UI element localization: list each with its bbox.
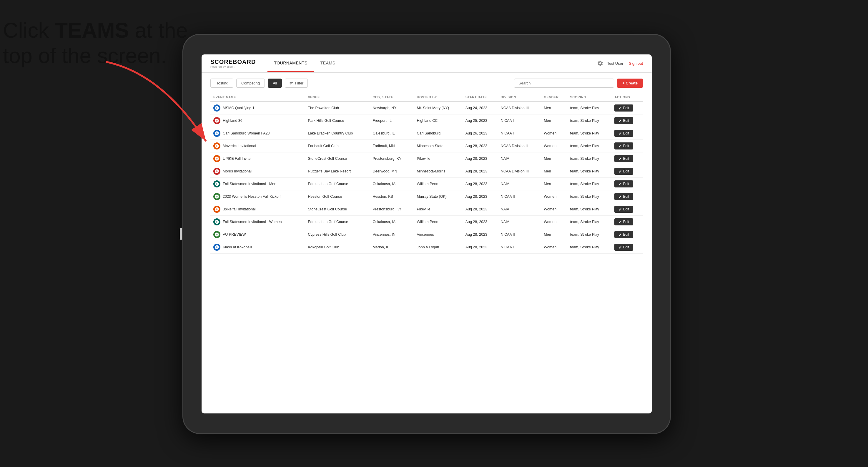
all-filter-btn[interactable]: All (268, 79, 282, 88)
cell-division: NAIA (498, 203, 541, 216)
cell-start-date: Aug 28, 2023 (463, 241, 498, 254)
cell-gender: Men (541, 228, 567, 241)
cell-start-date: Aug 25, 2023 (463, 115, 498, 127)
team-icon (213, 231, 220, 238)
cell-division: NAIA (498, 216, 541, 228)
cell-event-name: upike fall invitational (210, 203, 305, 216)
cell-start-date: Aug 24, 2023 (463, 101, 498, 115)
cell-city-state: Galesburg, IL (370, 127, 414, 140)
table-row: Fall Statesmen Invitational - Women Edmu… (210, 216, 643, 228)
cell-actions: Edit (612, 178, 643, 190)
edit-button[interactable]: Edit (614, 168, 633, 175)
col-start-date: START DATE (463, 93, 498, 101)
cell-venue: Cypress Hills Golf Club (305, 228, 370, 241)
filter-bar: Hosting Competing All Filter + Create (210, 79, 643, 88)
edit-button[interactable]: Edit (614, 117, 633, 124)
edit-button[interactable]: Edit (614, 218, 633, 225)
cell-hosted-by: Minnesota-Morris (414, 165, 463, 178)
competing-filter-btn[interactable]: Competing (236, 79, 265, 88)
cell-actions: Edit (612, 101, 643, 115)
cell-venue: Edmundson Golf Course (305, 178, 370, 190)
cell-hosted-by: Vincennes (414, 228, 463, 241)
tablet-screen: SCOREBOARD Powered by clippit TOURNAMENT… (202, 55, 652, 413)
cell-scoring: team, Stroke Play (567, 115, 612, 127)
cell-event-name: Klash at Kokopelli (210, 241, 305, 254)
cell-gender: Women (541, 216, 567, 228)
edit-button[interactable]: Edit (614, 231, 633, 238)
edit-button[interactable]: Edit (614, 130, 633, 137)
cell-actions: Edit (612, 152, 643, 165)
cell-division: NAIA (498, 178, 541, 190)
tab-tournaments[interactable]: TOURNAMENTS (268, 55, 314, 72)
cell-event-name: VU PREVIEW (210, 228, 305, 241)
cell-actions: Edit (612, 216, 643, 228)
cell-event-name: MSMC Qualifying 1 (210, 101, 305, 115)
edit-button[interactable]: Edit (614, 155, 633, 162)
col-event-name: EVENT NAME (210, 93, 305, 101)
create-btn[interactable]: + Create (617, 79, 643, 88)
edit-button[interactable]: Edit (614, 206, 633, 213)
cell-actions: Edit (612, 165, 643, 178)
cell-hosted-by: Minnesota State (414, 140, 463, 152)
cell-event-name: Fall Statesmen Invitational - Men (210, 178, 305, 190)
cell-start-date: Aug 26, 2023 (463, 127, 498, 140)
cell-scoring: team, Stroke Play (567, 165, 612, 178)
app-header: SCOREBOARD Powered by clippit TOURNAMENT… (202, 55, 652, 73)
tab-teams[interactable]: TEAMS (314, 55, 342, 72)
cell-city-state: Hesston, KS (370, 190, 414, 203)
edit-button[interactable]: Edit (614, 143, 633, 150)
team-icon (213, 168, 220, 175)
cell-gender: Women (541, 190, 567, 203)
edit-icon (619, 106, 622, 110)
team-icon (213, 180, 220, 187)
cell-city-state: Freeport, IL (370, 115, 414, 127)
table-row: 2023 Women's Hesston Fall Kickoff Hessto… (210, 190, 643, 203)
cell-scoring: team, Stroke Play (567, 140, 612, 152)
edit-icon (619, 233, 622, 236)
table-row: upike fall invitational StoneCrest Golf … (210, 203, 643, 216)
team-icon (213, 143, 220, 150)
col-city-state: CITY, STATE (370, 93, 414, 101)
cell-hosted-by: Highland CC (414, 115, 463, 127)
cell-event-name: 2023 Women's Hesston Fall Kickoff (210, 190, 305, 203)
team-icon (213, 193, 220, 200)
cell-actions: Edit (612, 190, 643, 203)
filter-icon-btn[interactable]: Filter (285, 79, 308, 88)
hosting-filter-btn[interactable]: Hosting (210, 79, 233, 88)
cell-venue: Edmundson Golf Course (305, 216, 370, 228)
nav-tabs: TOURNAMENTS TEAMS (268, 55, 342, 72)
cell-venue: The Powelton Club (305, 101, 370, 115)
cell-division: NICAA I (498, 115, 541, 127)
cell-scoring: team, Stroke Play (567, 228, 612, 241)
edit-button[interactable]: Edit (614, 104, 633, 112)
cell-division: NICAA I (498, 241, 541, 254)
cell-division: NICAA I (498, 127, 541, 140)
cell-hosted-by: John A Logan (414, 241, 463, 254)
cell-gender: Women (541, 241, 567, 254)
col-scoring: SCORING (567, 93, 612, 101)
cell-gender: Men (541, 101, 567, 115)
cell-city-state: Deerwood, MN (370, 165, 414, 178)
header-right: Test User | Sign out (597, 60, 643, 66)
edit-button[interactable]: Edit (614, 180, 633, 187)
cell-city-state: Prestonsburg, KY (370, 203, 414, 216)
table-container[interactable]: EVENT NAME VENUE CITY, STATE HOSTED BY S… (210, 93, 643, 408)
settings-icon[interactable] (597, 60, 603, 66)
cell-start-date: Aug 28, 2023 (463, 190, 498, 203)
table-row: Carl Sandburg Women FA23 Lake Bracken Co… (210, 127, 643, 140)
edit-icon (619, 182, 622, 186)
signout-link[interactable]: Sign out (629, 61, 643, 66)
search-input[interactable] (514, 79, 614, 88)
cell-division: NAIA (498, 152, 541, 165)
cell-hosted-by: William Penn (414, 178, 463, 190)
edit-icon (619, 195, 622, 198)
edit-button[interactable]: Edit (614, 193, 633, 200)
side-handle (180, 228, 182, 240)
cell-scoring: team, Stroke Play (567, 241, 612, 254)
edit-button[interactable]: Edit (614, 244, 633, 251)
cell-start-date: Aug 28, 2023 (463, 228, 498, 241)
cell-start-date: Aug 28, 2023 (463, 178, 498, 190)
cell-venue: Ruttger's Bay Lake Resort (305, 165, 370, 178)
cell-actions: Edit (612, 115, 643, 127)
cell-scoring: team, Stroke Play (567, 190, 612, 203)
